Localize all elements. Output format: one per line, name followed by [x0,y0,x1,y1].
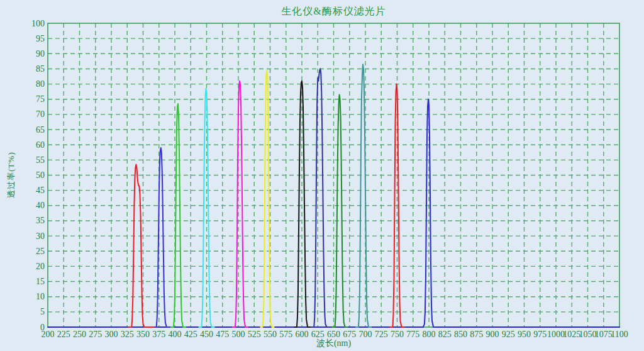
y-tick-label: 95 [36,34,45,43]
y-tick-label: 100 [31,19,45,28]
y-tick-label: 15 [36,277,45,286]
y-tick-label: 75 [36,94,45,104]
chart-page: 生化仪&酶标仪滤光片 20022525027530032535037540042… [0,0,644,351]
series-curve-546nm [260,70,274,327]
y-tick-label: 55 [36,155,45,165]
plot-area: 2002252502753003253503754004254504755005… [0,0,644,351]
series-curve-697nm [356,64,371,327]
y-tick-label: 45 [36,186,45,195]
y-tick-label: 35 [36,216,45,225]
y-axis-title-text: 透过率(T%) [6,152,17,198]
y-tick-label: 65 [36,125,45,135]
series-curve-630nm [311,69,329,327]
y-tick-label: 60 [36,140,45,150]
y-tick-label: 0 [40,323,45,332]
series-curve-405nm [171,104,186,327]
y-tick-label: 80 [36,79,45,89]
series-curve-505nm [233,81,248,327]
y-tick-label: 70 [36,109,45,119]
y-tick-label: 10 [36,292,45,301]
y-tick-label: 50 [36,170,45,180]
y-tick-label: 90 [36,49,45,58]
y-tick-label: 85 [36,64,45,74]
x-axis-title: 波长(nm) [48,338,619,349]
y-tick-label: 5 [40,307,45,316]
y-tick-label: 30 [36,231,45,241]
y-tick-label: 40 [36,201,45,210]
y-tick-label: 20 [36,262,45,271]
series-curve-378nm [155,148,169,327]
y-tick-label: 25 [36,247,45,256]
